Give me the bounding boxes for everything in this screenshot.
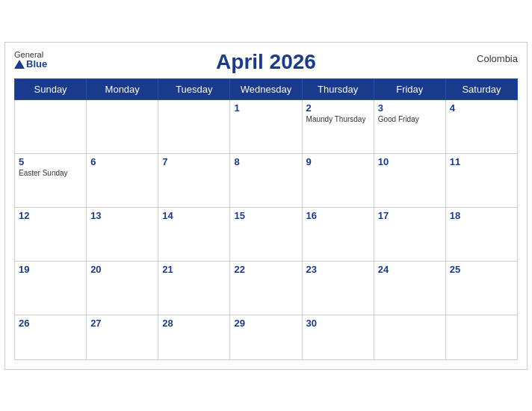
day-number: 27	[90, 318, 154, 329]
day-number: 18	[450, 210, 513, 221]
day-number: 11	[450, 156, 513, 167]
day-number: 29	[234, 318, 297, 329]
week-row-3: 12131415161718	[15, 207, 518, 261]
holiday-label: Good Friday	[378, 115, 442, 124]
day-number: 4	[450, 102, 513, 114]
day-number: 6	[90, 156, 154, 167]
logo: General Blue	[14, 50, 47, 69]
calendar-thead: Sunday Monday Tuesday Wednesday Thursday…	[15, 78, 518, 99]
day-number: 5	[19, 156, 82, 167]
day-cell: 9	[302, 153, 374, 207]
day-number: 30	[306, 318, 370, 329]
day-number: 10	[378, 156, 442, 167]
calendar: General Blue April 2026 Colombia Sunday …	[4, 42, 528, 370]
day-cell: 1	[230, 99, 302, 153]
day-cell: 19	[15, 261, 87, 315]
weekday-header-row: Sunday Monday Tuesday Wednesday Thursday…	[15, 78, 518, 99]
day-cell: 4	[445, 99, 517, 153]
day-number: 19	[19, 264, 82, 275]
day-number: 13	[90, 210, 154, 221]
day-number: 26	[19, 318, 82, 329]
day-cell: 20	[87, 261, 158, 315]
day-cell: 6	[87, 153, 158, 207]
holiday-label: Easter Sunday	[19, 169, 82, 178]
day-cell: 28	[158, 315, 230, 359]
header-friday: Friday	[374, 78, 445, 99]
day-cell	[15, 99, 87, 153]
day-cell: 12	[15, 207, 87, 261]
day-cell: 17	[374, 207, 445, 261]
header-saturday: Saturday	[445, 78, 517, 99]
header-sunday: Sunday	[15, 78, 87, 99]
day-cell: 29	[230, 315, 302, 359]
calendar-table: Sunday Monday Tuesday Wednesday Thursday…	[14, 78, 518, 360]
day-number: 9	[306, 156, 370, 167]
calendar-title: April 2026	[216, 50, 316, 74]
day-cell: 18	[445, 207, 517, 261]
day-cell: 25	[445, 261, 517, 315]
day-cell: 11	[445, 153, 517, 207]
day-number: 21	[162, 264, 226, 275]
day-cell: 24	[374, 261, 445, 315]
day-cell: 21	[158, 261, 230, 315]
day-number: 17	[378, 210, 442, 221]
day-cell	[445, 315, 517, 359]
calendar-header: General Blue April 2026 Colombia	[14, 50, 518, 74]
day-number: 15	[234, 210, 297, 221]
week-row-4: 19202122232425	[15, 261, 518, 315]
week-row-1: 12Maundy Thursday3Good Friday4	[15, 99, 518, 153]
day-cell: 14	[158, 207, 230, 261]
day-number: 28	[162, 318, 226, 329]
day-cell: 30	[302, 315, 374, 359]
day-cell: 15	[230, 207, 302, 261]
day-number: 23	[306, 264, 370, 275]
day-cell: 13	[87, 207, 158, 261]
logo-blue-text: Blue	[14, 59, 47, 69]
day-number: 3	[378, 102, 442, 114]
day-cell: 27	[87, 315, 158, 359]
logo-general-text: General	[14, 50, 43, 59]
day-cell	[374, 315, 445, 359]
week-row-5: 2627282930	[15, 315, 518, 359]
day-cell: 26	[15, 315, 87, 359]
day-cell: 16	[302, 207, 374, 261]
header-thursday: Thursday	[302, 78, 374, 99]
day-number: 20	[90, 264, 154, 275]
day-number: 16	[306, 210, 370, 221]
day-number: 24	[378, 264, 442, 275]
day-cell: 23	[302, 261, 374, 315]
day-number: 7	[162, 156, 226, 167]
day-cell	[87, 99, 158, 153]
day-cell	[158, 99, 230, 153]
header-wednesday: Wednesday	[230, 78, 302, 99]
day-number: 25	[450, 264, 513, 275]
day-cell: 2Maundy Thursday	[302, 99, 374, 153]
day-number: 14	[162, 210, 226, 221]
day-number: 2	[306, 102, 370, 114]
day-number: 12	[19, 210, 82, 221]
day-cell: 7	[158, 153, 230, 207]
day-cell: 3Good Friday	[374, 99, 445, 153]
header-tuesday: Tuesday	[158, 78, 230, 99]
day-cell: 5Easter Sunday	[15, 153, 87, 207]
day-cell: 8	[230, 153, 302, 207]
holiday-label: Maundy Thursday	[306, 115, 370, 124]
logo-triangle-icon	[14, 60, 25, 69]
day-cell: 22	[230, 261, 302, 315]
day-number: 8	[234, 156, 297, 167]
country-label: Colombia	[477, 53, 518, 64]
day-number: 1	[234, 102, 297, 114]
week-row-2: 5Easter Sunday67891011	[15, 153, 518, 207]
day-number: 22	[234, 264, 297, 275]
header-monday: Monday	[87, 78, 158, 99]
calendar-body: 12Maundy Thursday3Good Friday45Easter Su…	[15, 99, 518, 359]
day-cell: 10	[374, 153, 445, 207]
